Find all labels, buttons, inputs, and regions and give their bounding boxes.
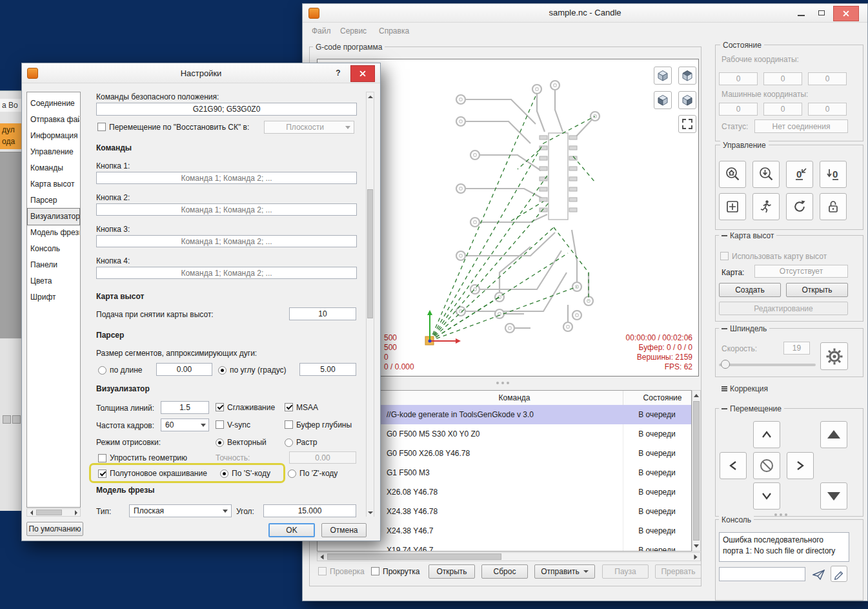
jog-stop-button[interactable] (753, 452, 780, 479)
abort-button[interactable]: Прервать (655, 564, 701, 579)
scroll-right-arrow[interactable] (72, 509, 80, 516)
column-header-state[interactable]: Состояние (634, 393, 691, 402)
zbuffer-checkbox[interactable] (285, 420, 293, 429)
collapse-icon[interactable] (722, 408, 727, 409)
sidebar-item-parser[interactable]: Парсер (28, 192, 79, 209)
by-angle-input[interactable] (299, 363, 356, 376)
s-code-radio[interactable] (220, 470, 228, 478)
settings-sidebar[interactable]: Соединение Отправка файл Информация о Уп… (26, 92, 81, 508)
restore-cs-select[interactable]: Плоскости (264, 121, 354, 134)
jog-y-plus-button[interactable] (753, 421, 780, 448)
jog-z-minus-button[interactable] (820, 482, 847, 510)
antialiasing-checkbox[interactable] (216, 403, 224, 411)
candle-titlebar[interactable]: sample.nc - Candle (303, 4, 867, 23)
scroll-right-arrow[interactable] (691, 553, 700, 561)
jog-z-plus-button[interactable] (820, 421, 847, 448)
zero-z-button[interactable]: 0 (820, 161, 847, 188)
tool-type-select[interactable]: Плоская (129, 504, 232, 517)
vsync-checkbox[interactable] (216, 420, 224, 429)
scrollbar-thumb[interactable] (327, 553, 501, 560)
button2-input[interactable] (96, 203, 357, 216)
table-hscrollbar[interactable] (317, 552, 701, 561)
heightmap-open-button[interactable]: Открыть (786, 283, 848, 297)
close-button[interactable] (833, 6, 859, 21)
scroll-left-arrow[interactable] (318, 553, 327, 561)
restore-origin-button[interactable] (719, 193, 746, 220)
expand-icon[interactable] (722, 386, 727, 391)
sidebar-item-font[interactable]: Шрифт (28, 289, 79, 305)
probe-z-button[interactable] (752, 161, 780, 188)
correction-group-title[interactable]: Коррекция (719, 384, 771, 393)
sidebar-item-heightmap[interactable]: Карта высот (28, 176, 79, 192)
scrollbar-thumb[interactable] (36, 510, 62, 515)
tool-angle-input[interactable] (263, 504, 356, 517)
minimize-button[interactable] (792, 6, 810, 19)
defaults-button[interactable]: По умолчанию (26, 522, 83, 536)
heightmap-create-button[interactable]: Создать (719, 283, 781, 297)
splitter-handle[interactable] (496, 382, 509, 384)
msaa-checkbox[interactable] (285, 403, 293, 411)
scroll-up-arrow[interactable] (367, 92, 374, 101)
by-angle-radio[interactable] (218, 366, 227, 375)
z-code-radio[interactable] (288, 470, 296, 478)
menu-file[interactable]: Файл (312, 26, 331, 36)
sidebar-hscrollbar[interactable] (26, 508, 81, 517)
send-button[interactable]: Отправить (534, 564, 595, 579)
sidebar-item-tool-model[interactable]: Модель фрезы (28, 225, 79, 241)
use-heightmap-checkbox[interactable] (720, 252, 729, 260)
zero-xy-button[interactable]: 0 (786, 161, 813, 188)
scroll-down-arrow[interactable] (367, 508, 374, 517)
send-dropdown-icon[interactable] (583, 570, 589, 573)
restore-cs-checkbox[interactable] (97, 123, 106, 131)
by-length-input[interactable] (156, 363, 212, 376)
table-vscrollbar[interactable] (692, 390, 701, 552)
sidebar-item-machine-info[interactable]: Информация о (28, 128, 79, 144)
close-button[interactable] (350, 65, 375, 82)
spindle-speed-slider[interactable] (719, 364, 816, 366)
settings-vscrollbar[interactable] (366, 92, 374, 517)
heightmap-edit-button[interactable]: Редактирование (719, 302, 848, 315)
spindle-toggle-button[interactable] (820, 342, 848, 370)
collapse-icon[interactable] (722, 235, 727, 236)
sidebar-item-connection[interactable]: Соединение (28, 96, 79, 112)
collapse-icon[interactable] (722, 328, 727, 329)
safe-commands-input[interactable] (96, 103, 357, 116)
check-mode-checkbox[interactable] (318, 567, 327, 575)
sidebar-item-colors[interactable]: Цвета (28, 273, 79, 289)
raster-radio[interactable] (285, 439, 293, 447)
fit-view-button[interactable] (678, 115, 696, 133)
simplify-checkbox[interactable] (98, 454, 106, 462)
vector-radio[interactable] (216, 439, 224, 447)
safe-position-button[interactable] (752, 193, 780, 220)
sidebar-item-control[interactable]: Управление (28, 144, 79, 160)
menu-service[interactable]: Сервис (340, 26, 367, 36)
help-button[interactable]: ? (330, 67, 346, 79)
button1-input[interactable] (96, 172, 357, 184)
settings-titlebar[interactable]: Настройки ? (22, 63, 380, 83)
pause-button[interactable]: Пауза (602, 564, 649, 579)
jog-group-title[interactable]: Перемещение (719, 404, 784, 413)
view-side-button[interactable] (678, 91, 696, 109)
scroll-left-arrow[interactable] (27, 509, 35, 516)
scrollbar-thumb[interactable] (367, 189, 373, 318)
view-top-button[interactable] (678, 67, 696, 85)
column-header-command[interactable]: Команда (476, 393, 553, 402)
jog-x-minus-button[interactable] (720, 452, 747, 479)
scroll-down-arrow[interactable] (692, 541, 700, 551)
console-command-input[interactable] (719, 567, 805, 581)
precision-input[interactable] (289, 451, 356, 464)
sidebar-item-visualizer[interactable]: Визуализатор (28, 209, 79, 225)
jog-y-minus-button[interactable] (753, 482, 780, 510)
ok-button[interactable]: OK (268, 523, 315, 537)
home-button[interactable] (719, 161, 746, 188)
fps-select[interactable]: 60 (161, 418, 209, 431)
probe-feed-input[interactable] (289, 307, 356, 320)
button4-input[interactable] (96, 267, 357, 279)
sidebar-item-commands[interactable]: Команды (28, 160, 79, 176)
spindle-group-title[interactable]: Шпиндель (719, 324, 769, 333)
unlock-button[interactable] (820, 193, 847, 220)
panel-splitter-handle[interactable] (774, 513, 787, 516)
button3-input[interactable] (96, 235, 357, 247)
sidebar-item-console[interactable]: Консоль (28, 241, 79, 257)
by-length-radio[interactable] (98, 366, 106, 375)
